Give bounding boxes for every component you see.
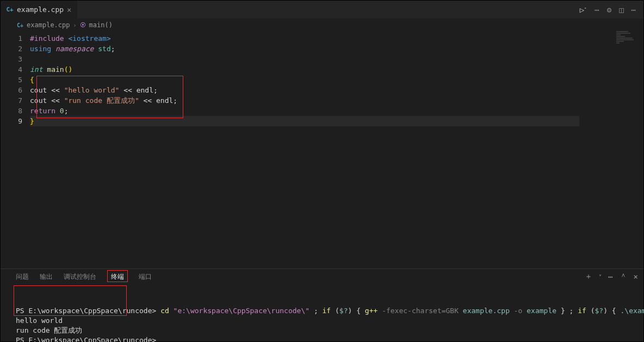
bottom-panel: 问题 输出 调试控制台 终端 端口 ＋ ˅ ⋯ ＾ × PS E:\worksp… bbox=[1, 268, 643, 341]
editor[interactable]: 123 456 789 #include <iostream> using na… bbox=[1, 31, 643, 126]
more-icon[interactable]: ⋯ bbox=[595, 5, 599, 14]
tab-actions: ▷˅ ⋯ ⚙ ◫ ⋯ bbox=[572, 5, 643, 14]
panel-tab-output[interactable]: 输出 bbox=[40, 269, 53, 284]
panel-tab-ports[interactable]: 端口 bbox=[139, 269, 152, 284]
tab-filename: example.cpp bbox=[17, 5, 64, 14]
run-icon[interactable]: ▷˅ bbox=[580, 5, 587, 14]
new-terminal-icon[interactable]: ＋ bbox=[585, 272, 592, 282]
breadcrumb-symbol: main() bbox=[89, 21, 113, 29]
tab-example-cpp[interactable]: C+ example.cpp × bbox=[1, 1, 78, 19]
panel-tab-terminal[interactable]: 终端 bbox=[107, 269, 128, 284]
cpp-file-icon: C+ bbox=[6, 6, 14, 14]
chevron-right-icon: › bbox=[73, 22, 77, 28]
maximize-panel-icon[interactable]: ＾ bbox=[620, 272, 627, 282]
panel-tabs: 问题 输出 调试控制台 终端 端口 ＋ ˅ ⋯ ＾ × bbox=[1, 269, 643, 284]
tab-bar: C+ example.cpp × ▷˅ ⋯ ⚙ ◫ ⋯ bbox=[1, 1, 643, 19]
line-number-gutter: 123 456 789 bbox=[1, 33, 30, 126]
panel-tab-problems[interactable]: 问题 bbox=[16, 269, 29, 284]
terminal[interactable]: PS E:\workspace\CppSpace\runcode> cd "e:… bbox=[1, 284, 644, 342]
code-content[interactable]: #include <iostream> using namespace std;… bbox=[30, 33, 579, 126]
overflow-icon[interactable]: ⋯ bbox=[631, 5, 636, 14]
minimap[interactable] bbox=[616, 31, 638, 40]
editor-empty[interactable] bbox=[1, 126, 643, 268]
function-icon: ⦿ bbox=[80, 22, 86, 29]
gear-icon[interactable]: ⚙ bbox=[607, 5, 611, 14]
close-tab-icon[interactable]: × bbox=[67, 6, 71, 14]
terminal-dropdown-icon[interactable]: ˅ bbox=[599, 274, 602, 280]
panel-tab-debugconsole[interactable]: 调试控制台 bbox=[64, 269, 96, 284]
breadcrumb[interactable]: C+ example.cpp › ⦿ main() bbox=[1, 19, 643, 31]
more-panel-icon[interactable]: ⋯ bbox=[608, 272, 612, 281]
split-editor-icon[interactable]: ◫ bbox=[619, 5, 623, 14]
breadcrumb-file: example.cpp bbox=[27, 21, 70, 29]
close-panel-icon[interactable]: × bbox=[634, 272, 638, 281]
cpp-file-icon: C+ bbox=[17, 22, 23, 28]
